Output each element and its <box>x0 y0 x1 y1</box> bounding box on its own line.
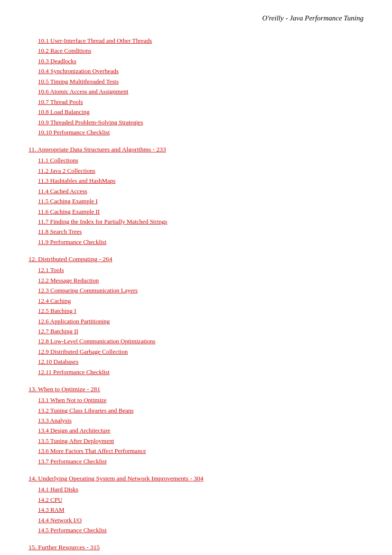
section-12-5[interactable]: 12.5 Batching I <box>28 306 364 316</box>
section-13-1[interactable]: 13.1 When Not to Optimize <box>28 395 364 405</box>
section-12-1[interactable]: 12.1 Tools <box>28 265 364 275</box>
section-11-9[interactable]: 11.9 Performance Checklist <box>28 237 364 247</box>
chapter-11-heading[interactable]: 11. Appropriate Data Structures and Algo… <box>28 146 364 153</box>
chapter-13-section: 13. When to Optimize - 281 13.1 When Not… <box>28 386 364 466</box>
section-10-7[interactable]: 10.7 Thread Pools <box>28 97 364 107</box>
section-10-9[interactable]: 10.9 Threaded Problem-Solving Strategies <box>28 117 364 127</box>
chapter-13-heading[interactable]: 13. When to Optimize - 281 <box>28 386 364 393</box>
section-13-6[interactable]: 13.6 More Factors That Affect Performanc… <box>28 446 364 456</box>
section-12-6[interactable]: 12.6 Application Partitioning <box>28 316 364 326</box>
section-13-3[interactable]: 13.3 Analysis <box>28 415 364 425</box>
chapter-12-section: 12. Distributed Computing - 264 12.1 Too… <box>28 255 364 377</box>
section-12-3[interactable]: 12.3 Comparing Communication Layers <box>28 285 364 295</box>
section-10-4[interactable]: 10.4 Synchronization Overheads <box>28 66 364 76</box>
section-13-7[interactable]: 13.7 Performance Checklist <box>28 456 364 466</box>
section-12-10[interactable]: 12.10 Databases <box>28 357 364 367</box>
section-11-5[interactable]: 11.5 Caching Example I <box>28 196 364 206</box>
section-11-3[interactable]: 11.3 Hashtables and HashMaps <box>28 176 364 186</box>
section-11-8[interactable]: 11.8 Search Trees <box>28 226 364 236</box>
book-title: O'reilly - Java Performance Tuning <box>28 14 364 22</box>
chapter-14-heading[interactable]: 14. Underlying Operating System and Netw… <box>28 475 364 482</box>
chapter-15-section: 15. Further Resources - 315 15.1 Books 1… <box>28 544 364 555</box>
section-10-5[interactable]: 10.5 Timing Multithreaded Tests <box>28 76 364 86</box>
section-10-8[interactable]: 10.8 Load Balancing <box>28 107 364 117</box>
section-14-3[interactable]: 14.3 RAM <box>28 505 364 515</box>
section-12-7[interactable]: 12.7 Batching II <box>28 326 364 336</box>
section-14-2[interactable]: 14.2 CPU <box>28 495 364 505</box>
section-12-4[interactable]: 12.4 Caching <box>28 296 364 306</box>
section-15-1[interactable]: 15.1 Books <box>28 553 364 555</box>
section-11-1[interactable]: 11.1 Collections <box>28 155 364 165</box>
section-13-2[interactable]: 13.2 Tuning Class Libraries and Beans <box>28 405 364 415</box>
section-14-4[interactable]: 14.4 Network I/O <box>28 515 364 525</box>
chapter-10-section: 10.1 User-Interface Thread and Other Thr… <box>28 36 364 137</box>
chapter-12-heading[interactable]: 12. Distributed Computing - 264 <box>28 255 364 263</box>
section-11-4[interactable]: 11.4 Cached Access <box>28 186 364 196</box>
section-10-10[interactable]: 10.10 Performance Checklist <box>28 127 364 137</box>
section-14-5[interactable]: 14.5 Performance Checklist <box>28 525 364 535</box>
section-13-5[interactable]: 13.5 Tuning After Deployment <box>28 436 364 446</box>
section-12-11[interactable]: 12.11 Performance Checklist <box>28 367 364 377</box>
section-13-4[interactable]: 13.4 Design and Architecture <box>28 425 364 435</box>
section-12-9[interactable]: 12.9 Distributed Garbage Collection <box>28 347 364 357</box>
section-12-2[interactable]: 12.2 Message Reduction <box>28 275 364 285</box>
chapter-11-section: 11. Appropriate Data Structures and Algo… <box>28 146 364 247</box>
section-10-6[interactable]: 10.6 Atomic Access and Assignment <box>28 86 364 96</box>
section-10-2[interactable]: 10.2 Race Conditions <box>28 46 364 56</box>
section-11-2[interactable]: 11.2 Java 2 Collections <box>28 166 364 176</box>
section-14-1[interactable]: 14.1 Hard Disks <box>28 484 364 494</box>
chapter-15-heading[interactable]: 15. Further Resources - 315 <box>28 544 364 551</box>
section-11-7[interactable]: 11.7 Finding the Index for Partially Mat… <box>28 216 364 226</box>
chapter-14-section: 14. Underlying Operating System and Netw… <box>28 475 364 535</box>
section-11-6[interactable]: 11.6 Caching Example II <box>28 207 364 216</box>
section-10-3[interactable]: 10.3 Deadlocks <box>28 56 364 66</box>
section-12-8[interactable]: 12.8 Low-Level Communication Optimizatio… <box>28 336 364 346</box>
section-10-1[interactable]: 10.1 User-Interface Thread and Other Thr… <box>28 36 364 46</box>
